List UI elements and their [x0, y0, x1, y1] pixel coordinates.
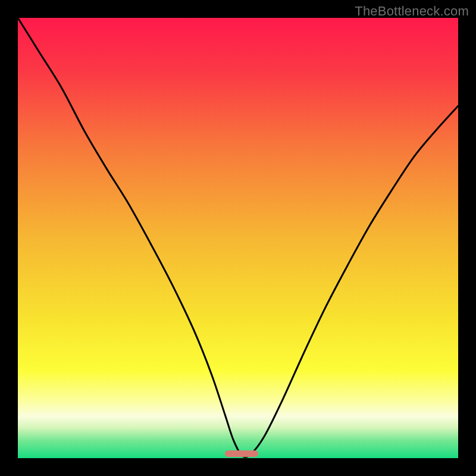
optimum-marker — [225, 450, 258, 457]
bottleneck-curve — [18, 18, 458, 458]
watermark-text: TheBottleneck.com — [355, 4, 469, 19]
chart-frame: TheBottleneck.com — [0, 0, 476, 476]
plot-area — [18, 18, 458, 458]
